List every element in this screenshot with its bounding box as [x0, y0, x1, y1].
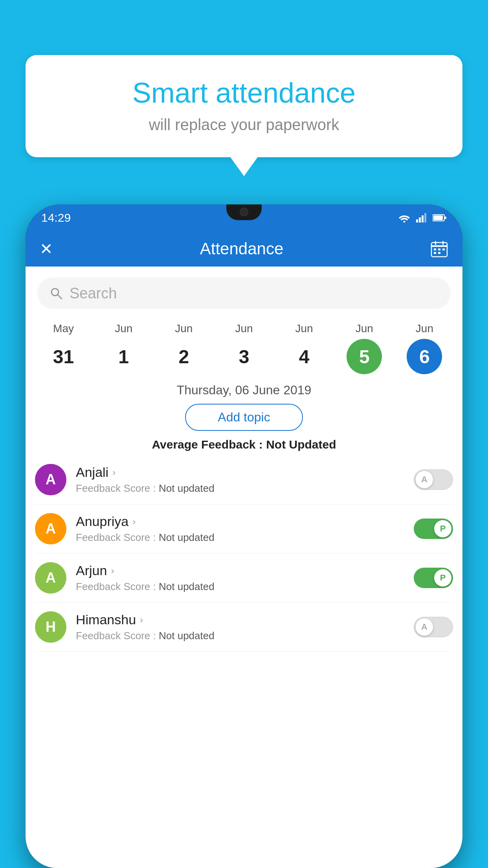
date-display: Thursday, 06 June 2019: [26, 383, 462, 397]
cal-date-number: 31: [46, 339, 81, 374]
student-info: Anupriya ›Feedback Score : Not updated: [76, 514, 414, 544]
cal-date-number: 6: [407, 339, 442, 374]
chevron-icon: ›: [132, 516, 136, 527]
signal-icon: [416, 213, 427, 223]
cal-date-number: 3: [226, 339, 262, 374]
status-icons: [398, 213, 447, 223]
calendar-icon[interactable]: [430, 240, 448, 258]
student-avatar: H: [35, 611, 66, 643]
calendar-day[interactable]: Jun1: [100, 322, 147, 374]
cal-month-label: Jun: [235, 322, 253, 335]
toggle-switch[interactable]: P: [414, 568, 453, 588]
svg-rect-10: [435, 241, 436, 245]
attendance-toggle[interactable]: P: [414, 519, 453, 539]
student-feedback: Feedback Score : Not updated: [76, 630, 414, 642]
attendance-toggle[interactable]: A: [414, 617, 453, 637]
toggle-knob: A: [416, 471, 433, 488]
svg-rect-7: [445, 217, 446, 219]
student-name: Arjun ›: [76, 563, 414, 578]
chevron-icon: ›: [111, 565, 114, 576]
calendar-day[interactable]: May31: [40, 322, 87, 374]
cal-month-label: Jun: [115, 322, 132, 335]
cal-month-label: Jun: [175, 322, 193, 335]
toggle-knob: P: [434, 569, 451, 587]
student-name: Anjali ›: [76, 465, 414, 480]
header-title: Attendance: [200, 239, 284, 258]
app-header: ✕ Attendance: [26, 231, 462, 267]
calendar-row: May31Jun1Jun2Jun3Jun4Jun5Jun6: [26, 317, 462, 374]
phone-frame: 14:29: [26, 204, 462, 868]
chevron-icon: ›: [140, 614, 143, 625]
chevron-icon: ›: [112, 467, 116, 478]
student-item[interactable]: AArjun ›Feedback Score : Not updatedP: [35, 554, 453, 603]
calendar-day[interactable]: Jun5: [341, 322, 388, 374]
attendance-toggle[interactable]: P: [414, 568, 453, 588]
search-bar[interactable]: Search: [37, 278, 451, 309]
svg-rect-3: [422, 215, 424, 223]
wifi-icon: [398, 213, 411, 223]
cal-date-number: 5: [347, 339, 382, 374]
svg-rect-1: [416, 219, 418, 223]
student-avatar: A: [35, 562, 66, 594]
avg-feedback-label: Average Feedback :: [152, 438, 262, 451]
cal-month-label: Jun: [295, 322, 313, 335]
student-feedback: Feedback Score : Not updated: [76, 482, 414, 495]
close-button[interactable]: ✕: [40, 240, 53, 258]
student-name: Anupriya ›: [76, 514, 414, 529]
student-info: Himanshu ›Feedback Score : Not updated: [76, 612, 414, 642]
svg-rect-2: [419, 217, 421, 223]
notch: [226, 204, 262, 220]
cal-date-number: 2: [166, 339, 202, 374]
search-input-placeholder: Search: [70, 285, 117, 302]
toggle-switch[interactable]: P: [414, 519, 453, 539]
svg-rect-4: [424, 213, 426, 223]
avg-feedback-value: Not Updated: [266, 438, 336, 451]
search-icon: [49, 286, 63, 300]
status-time: 14:29: [41, 211, 71, 224]
add-topic-button[interactable]: Add topic: [185, 404, 303, 431]
svg-rect-15: [434, 252, 436, 254]
svg-rect-13: [438, 248, 440, 250]
cal-month-label: May: [53, 322, 74, 335]
student-avatar: A: [35, 464, 66, 495]
phone-content: Search May31Jun1Jun2Jun3Jun4Jun5Jun6 Thu…: [26, 267, 462, 868]
student-info: Arjun ›Feedback Score : Not updated: [76, 563, 414, 593]
student-item[interactable]: AAnjali ›Feedback Score : Not updatedA: [35, 455, 453, 504]
svg-rect-6: [433, 215, 443, 220]
svg-rect-9: [431, 245, 447, 247]
svg-rect-14: [442, 248, 445, 250]
status-bar: 14:29: [26, 204, 462, 231]
toggle-knob: P: [434, 520, 451, 537]
cal-date-number: 1: [106, 339, 141, 374]
speech-bubble-container: Smart attendance will replace your paper…: [26, 55, 462, 157]
cal-month-label: Jun: [356, 322, 373, 335]
calendar-day[interactable]: Jun6: [401, 322, 448, 374]
bubble-title: Smart attendance: [49, 77, 439, 109]
speech-bubble: Smart attendance will replace your paper…: [26, 55, 462, 157]
student-item[interactable]: AAnupriya ›Feedback Score : Not updatedP: [35, 504, 453, 554]
calendar-day[interactable]: Jun2: [160, 322, 207, 374]
student-feedback: Feedback Score : Not updated: [76, 531, 414, 544]
student-feedback: Feedback Score : Not updated: [76, 581, 414, 593]
svg-rect-11: [442, 241, 444, 245]
average-feedback: Average Feedback : Not Updated: [26, 438, 462, 451]
bubble-subtitle: will replace your paperwork: [49, 116, 439, 134]
svg-rect-12: [434, 248, 436, 250]
svg-point-0: [404, 221, 405, 223]
calendar-day[interactable]: Jun3: [220, 322, 268, 374]
cal-month-label: Jun: [416, 322, 433, 335]
cal-date-number: 4: [286, 339, 322, 374]
attendance-toggle[interactable]: A: [414, 469, 453, 490]
calendar-day[interactable]: Jun4: [281, 322, 328, 374]
student-item[interactable]: HHimanshu ›Feedback Score : Not updatedA: [35, 603, 453, 652]
notch-camera: [240, 208, 248, 216]
student-info: Anjali ›Feedback Score : Not updated: [76, 465, 414, 495]
student-name: Himanshu ›: [76, 612, 414, 627]
toggle-switch[interactable]: A: [414, 469, 453, 490]
toggle-knob: A: [416, 618, 433, 636]
student-avatar: A: [35, 513, 66, 544]
battery-icon: [433, 214, 447, 222]
toggle-switch[interactable]: A: [414, 617, 453, 637]
svg-line-18: [58, 295, 62, 299]
svg-rect-16: [438, 252, 440, 254]
